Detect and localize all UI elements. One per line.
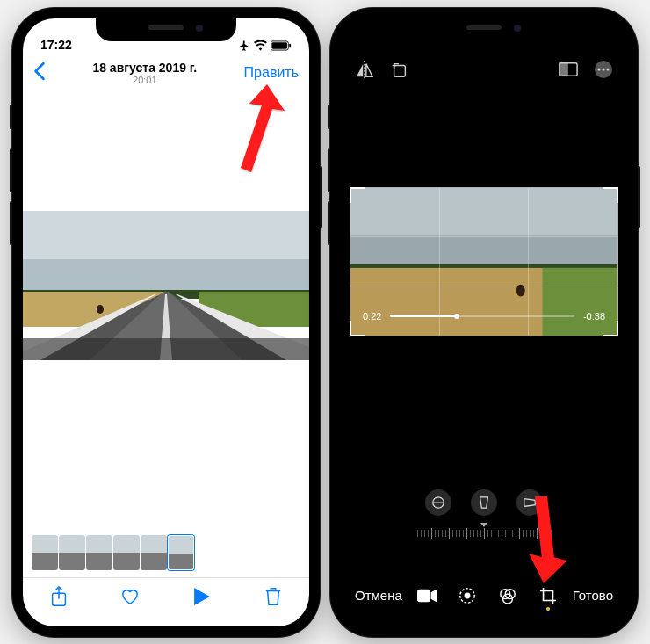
svg-rect-17 <box>59 535 85 553</box>
crop-handle-tl[interactable] <box>350 187 365 203</box>
svg-rect-20 <box>86 553 112 570</box>
svg-rect-23 <box>141 535 167 553</box>
nav-date: 18 августа 2019 г. <box>46 61 244 75</box>
svg-rect-21 <box>113 535 140 553</box>
notch <box>96 18 236 41</box>
svg-point-14 <box>97 305 104 314</box>
svg-rect-4 <box>23 259 309 294</box>
svg-marker-32 <box>366 63 372 76</box>
svg-marker-52 <box>430 589 436 602</box>
svg-rect-25 <box>169 536 194 554</box>
filters-tab-icon[interactable] <box>498 586 517 605</box>
thumbnail[interactable] <box>86 535 112 570</box>
svg-point-40 <box>607 68 610 70</box>
crop-tab-icon[interactable] <box>538 586 558 605</box>
play-button[interactable] <box>186 588 218 609</box>
editor-top-bar <box>341 48 627 90</box>
svg-rect-24 <box>141 553 167 570</box>
svg-point-38 <box>598 68 601 70</box>
svg-marker-31 <box>357 63 363 76</box>
crop-frame[interactable]: 0:22 -0:38 <box>350 187 618 336</box>
video-frame-preview <box>23 211 309 360</box>
scrubber-track[interactable] <box>390 315 574 317</box>
annotation-arrow-icon <box>223 84 285 172</box>
nav-title: 18 августа 2019 г. 20:01 <box>46 61 244 85</box>
svg-rect-16 <box>32 553 58 570</box>
airplane-mode-icon <box>238 40 250 52</box>
video-tab-icon[interactable] <box>417 586 437 605</box>
battery-icon <box>271 40 292 51</box>
time-elapsed: 0:22 <box>363 311 381 322</box>
svg-point-54 <box>465 593 469 597</box>
thumbnail[interactable] <box>113 535 140 570</box>
edit-button[interactable]: Править <box>244 65 299 81</box>
thumbnail-strip[interactable] <box>23 532 309 574</box>
svg-rect-15 <box>32 535 58 553</box>
svg-rect-18 <box>59 553 85 570</box>
done-button[interactable]: Готово <box>573 588 613 603</box>
svg-marker-58 <box>521 496 566 584</box>
crop-handle-br[interactable] <box>603 321 618 336</box>
straighten-controls <box>341 489 627 542</box>
cancel-button[interactable]: Отмена <box>355 588 402 603</box>
notch <box>414 18 554 41</box>
bottom-toolbar <box>23 577 309 626</box>
screen-crop-editor: 0:22 -0:38 <box>341 18 627 626</box>
svg-point-39 <box>603 68 605 70</box>
flip-icon[interactable] <box>355 60 374 79</box>
thumbnail-current[interactable] <box>168 535 194 570</box>
adjust-tab-icon[interactable] <box>458 586 477 605</box>
svg-marker-30 <box>241 84 285 172</box>
svg-rect-19 <box>86 535 112 553</box>
delete-button[interactable] <box>257 587 289 610</box>
svg-rect-13 <box>23 338 309 360</box>
thumbnail[interactable] <box>59 535 85 570</box>
annotation-arrow-icon <box>504 496 566 584</box>
wifi-icon <box>254 40 267 51</box>
thumbnail[interactable] <box>32 535 58 570</box>
phone-left: 17:22 18 августа 2019 г. 20:01 <box>12 8 320 637</box>
more-icon[interactable] <box>594 60 613 79</box>
svg-rect-34 <box>394 65 406 76</box>
screen-photos-view: 17:22 18 августа 2019 г. 20:01 <box>23 18 309 626</box>
crop-viewport[interactable]: 0:22 -0:38 <box>341 187 627 336</box>
nav-time: 20:01 <box>46 75 244 85</box>
video-scrubber[interactable]: 0:22 -0:38 <box>363 311 605 322</box>
favorite-button[interactable] <box>114 588 146 609</box>
svg-rect-36 <box>560 62 567 76</box>
back-button[interactable] <box>33 62 46 84</box>
svg-rect-2 <box>289 43 291 47</box>
vertical-perspective-button[interactable] <box>471 489 497 516</box>
straighten-button[interactable] <box>425 489 451 516</box>
svg-marker-29 <box>194 588 210 605</box>
svg-marker-49 <box>480 496 488 507</box>
share-button[interactable] <box>43 586 75 611</box>
aspect-ratio-icon[interactable] <box>559 60 578 79</box>
svg-rect-51 <box>417 589 430 602</box>
editor-bottom-bar: Отмена Готово <box>341 574 627 626</box>
svg-rect-26 <box>169 554 194 570</box>
svg-rect-22 <box>113 553 140 570</box>
svg-rect-1 <box>271 42 287 48</box>
thumbnail[interactable] <box>141 535 167 570</box>
time-remaining: -0:38 <box>583 311 605 322</box>
rotate-icon[interactable] <box>390 60 409 79</box>
status-time: 17:22 <box>40 38 72 52</box>
crop-handle-bl[interactable] <box>350 321 365 336</box>
crop-handle-tr[interactable] <box>603 187 618 203</box>
phone-right: 0:22 -0:38 <box>330 8 638 637</box>
